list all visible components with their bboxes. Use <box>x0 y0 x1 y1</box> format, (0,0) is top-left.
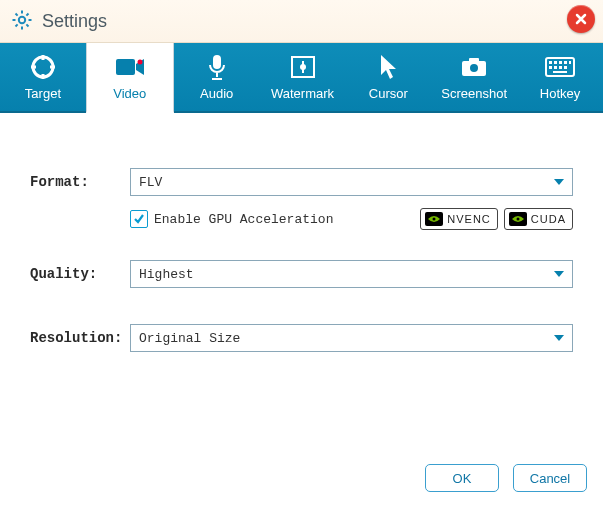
resolution-label: Resolution: <box>30 330 130 346</box>
close-button[interactable] <box>567 5 595 33</box>
tab-audio[interactable]: Audio <box>174 43 260 111</box>
svg-point-0 <box>19 16 25 22</box>
svg-rect-11 <box>549 61 552 64</box>
tab-label: Watermark <box>271 86 334 101</box>
chevron-down-icon <box>554 179 564 185</box>
microphone-icon <box>206 53 228 81</box>
tab-target[interactable]: Target <box>0 43 86 111</box>
gear-icon <box>10 8 34 35</box>
gpu-checkbox[interactable] <box>130 210 148 228</box>
titlebar: Settings <box>0 0 603 43</box>
gpu-row: Enable GPU Acceleration NVENC CUDA <box>130 208 573 230</box>
tab-cursor[interactable]: Cursor <box>345 43 431 111</box>
cancel-button[interactable]: Cancel <box>513 464 587 492</box>
svg-point-9 <box>470 64 478 72</box>
tab-watermark[interactable]: Watermark <box>260 43 346 111</box>
chevron-down-icon <box>554 271 564 277</box>
nvidia-eye-icon <box>509 212 527 226</box>
badge-text: NVENC <box>447 213 491 225</box>
watermark-icon <box>290 53 316 81</box>
format-value: FLV <box>139 175 162 190</box>
check-icon <box>133 213 145 225</box>
cancel-label: Cancel <box>530 471 570 486</box>
format-label: Format: <box>30 174 130 190</box>
camera-icon <box>460 53 488 81</box>
ok-label: OK <box>453 471 472 486</box>
gpu-label: Enable GPU Acceleration <box>154 212 333 227</box>
svg-rect-12 <box>554 61 557 64</box>
quality-value: Highest <box>139 267 194 282</box>
tab-label: Target <box>25 86 61 101</box>
svg-rect-20 <box>553 71 567 73</box>
quality-select[interactable]: Highest <box>130 260 573 288</box>
settings-panel: Format: FLV Enable GPU Acceleration NVEN… <box>0 113 603 451</box>
gpu-badges: NVENC CUDA <box>420 208 573 230</box>
svg-rect-17 <box>554 66 557 69</box>
svg-point-6 <box>300 64 306 70</box>
svg-rect-19 <box>564 66 567 69</box>
tab-hotkey[interactable]: Hotkey <box>517 43 603 111</box>
close-icon <box>574 12 588 26</box>
keyboard-icon <box>545 53 575 81</box>
footer: OK Cancel <box>0 451 603 505</box>
svg-rect-16 <box>549 66 552 69</box>
nvidia-eye-icon <box>425 212 443 226</box>
tabbar: Target Video Audio Watermark Cursor Scre… <box>0 43 603 113</box>
svg-point-3 <box>137 60 142 65</box>
svg-point-21 <box>433 218 436 221</box>
quality-label: Quality: <box>30 266 130 282</box>
svg-rect-8 <box>469 58 479 63</box>
resolution-row: Resolution: Original Size <box>30 324 573 352</box>
tab-label: Hotkey <box>540 86 580 101</box>
resolution-select[interactable]: Original Size <box>130 324 573 352</box>
tab-label: Video <box>113 86 146 101</box>
svg-rect-15 <box>569 61 571 64</box>
format-row: Format: FLV <box>30 168 573 196</box>
resolution-value: Original Size <box>139 331 240 346</box>
tab-video[interactable]: Video <box>86 43 174 113</box>
tab-label: Audio <box>200 86 233 101</box>
cuda-badge: CUDA <box>504 208 573 230</box>
video-icon <box>115 53 145 81</box>
svg-rect-13 <box>559 61 562 64</box>
svg-point-22 <box>516 218 519 221</box>
tab-label: Cursor <box>369 86 408 101</box>
format-select[interactable]: FLV <box>130 168 573 196</box>
ok-button[interactable]: OK <box>425 464 499 492</box>
target-icon <box>29 53 57 81</box>
svg-rect-2 <box>116 59 135 75</box>
nvenc-badge: NVENC <box>420 208 498 230</box>
chevron-down-icon <box>554 335 564 341</box>
svg-rect-18 <box>559 66 562 69</box>
tab-label: Screenshot <box>441 86 507 101</box>
cursor-icon <box>378 53 398 81</box>
svg-rect-4 <box>213 55 221 69</box>
window-title: Settings <box>42 11 107 32</box>
quality-row: Quality: Highest <box>30 260 573 288</box>
tab-screenshot[interactable]: Screenshot <box>431 43 517 111</box>
badge-text: CUDA <box>531 213 566 225</box>
svg-rect-14 <box>564 61 567 64</box>
